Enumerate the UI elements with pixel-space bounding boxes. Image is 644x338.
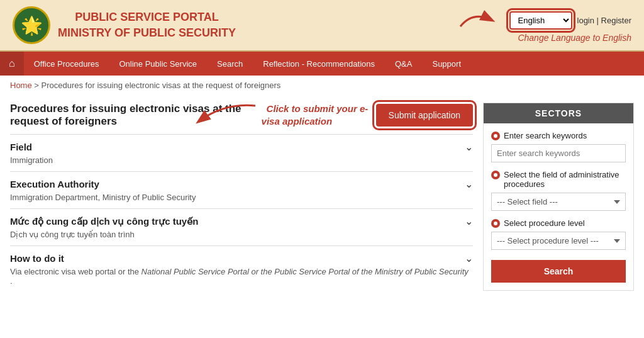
submit-annotation-wrapper: Click to submit your e-visa application <box>262 103 371 128</box>
breadcrumb-current: Procedures for issuing electronic visas … <box>42 81 281 90</box>
sidebar-field-row: Select the field of administrative proce… <box>491 170 626 211</box>
sidebar-body: Enter search keywords Select the field o… <box>484 123 633 290</box>
radio-field-dot <box>491 171 500 179</box>
main-layout: Procedures for issuing electronic visas … <box>0 95 644 302</box>
section-execution-title: Execution Authority <box>10 179 99 189</box>
sidebar: SECTORS Enter search keywords Select the… <box>483 103 634 291</box>
login-link[interactable]: login | Register <box>577 16 631 25</box>
radio-field-label[interactable]: Select the field of administrative proce… <box>491 170 626 189</box>
section-howto-title: How to do it <box>10 253 64 264</box>
section-mucdo-header[interactable]: Mức độ cung cấp dịch vụ công trực tuyến … <box>10 215 473 227</box>
breadcrumb-separator: > <box>34 81 41 90</box>
radio-procedure-text: Select procedure level <box>504 218 585 228</box>
content-area: Procedures for issuing electronic visas … <box>10 95 473 292</box>
radio-search-label[interactable]: Enter search keywords <box>491 131 626 140</box>
nav-home-icon[interactable]: ⌂ <box>0 52 24 76</box>
arrow-annotation-svg <box>454 8 504 33</box>
language-selector[interactable]: English Tiếng Việt <box>509 11 572 30</box>
radio-search-dot <box>491 132 500 140</box>
page-title-row: Procedures for issuing electronic visas … <box>10 95 473 134</box>
section-howto: How to do it ⌄ Via electronic visa web p… <box>10 245 473 292</box>
section-execution-content: Immigration Department, Ministry of Publ… <box>10 190 473 202</box>
header-title: PUBLIC SERVICE PORTAL MINISTRY OF PUBLIC… <box>58 9 236 41</box>
radio-search-text: Enter search keywords <box>504 131 587 140</box>
submit-annotation-text: Click to submit your e-visa application <box>262 103 369 127</box>
sidebar-search-button[interactable]: Search <box>491 260 626 283</box>
section-howto-content: Via electronic visa web portal or the Na… <box>10 264 473 286</box>
section-execution: Execution Authority ⌄ Immigration Depart… <box>10 171 473 208</box>
chevron-field-icon: ⌄ <box>465 141 473 153</box>
change-lang-annotation: Change Language to English <box>518 33 631 43</box>
section-howto-header[interactable]: How to do it ⌄ <box>10 252 473 264</box>
header-annotation: English Tiếng Việt login | Register Chan… <box>454 8 631 43</box>
section-mucdo-title: Mức độ cung cấp dịch vụ công trực tuyến <box>10 216 198 227</box>
radio-procedure-label[interactable]: Select procedure level <box>491 218 626 228</box>
breadcrumb: Home > Procedures for issuing electronic… <box>0 76 644 95</box>
logo-emblem: 🌟 <box>13 6 50 44</box>
section-mucdo-content: Dịch vụ công trực tuyến toàn trình <box>10 227 473 239</box>
submit-application-button[interactable]: Submit application <box>376 104 473 127</box>
header-logo: 🌟 PUBLIC SERVICE PORTAL MINISTRY OF PUBL… <box>13 6 236 44</box>
procedure-level-select[interactable]: --- Select procedure level --- <box>491 232 626 250</box>
radio-field-text: Select the field of administrative proce… <box>504 170 626 189</box>
section-field-header[interactable]: Field ⌄ <box>10 141 473 153</box>
nav-reflection[interactable]: Reflection - Recommendations <box>253 53 385 75</box>
nav-online-public-service[interactable]: Online Public Service <box>109 53 207 75</box>
nav-qa[interactable]: Q&A <box>385 53 422 75</box>
sidebar-procedure-row: Select procedure level --- Select proced… <box>491 218 626 250</box>
section-mucdо: Mức độ cung cấp dịch vụ công trực tuyến … <box>10 208 473 245</box>
header: 🌟 PUBLIC SERVICE PORTAL MINISTRY OF PUBL… <box>0 0 644 52</box>
chevron-howto-icon: ⌄ <box>465 252 473 264</box>
submit-arrow-svg <box>186 96 262 134</box>
sidebar-title: SECTORS <box>484 103 633 123</box>
field-select[interactable]: --- Select field --- <box>491 193 626 211</box>
nav-office-procedures[interactable]: Office Procedures <box>24 53 109 75</box>
navbar: ⌂ Office Procedures Online Public Servic… <box>0 52 644 76</box>
section-field-content: Immigration <box>10 153 473 165</box>
breadcrumb-home[interactable]: Home <box>10 81 32 90</box>
radio-procedure-dot <box>491 219 500 228</box>
chevron-execution-icon: ⌄ <box>465 178 473 190</box>
section-field: Field ⌄ Immigration <box>10 134 473 171</box>
nav-support[interactable]: Support <box>422 53 471 75</box>
chevron-mucdo-icon: ⌄ <box>465 215 473 227</box>
search-keywords-input[interactable] <box>491 144 626 162</box>
sidebar-search-row: Enter search keywords <box>491 131 626 162</box>
section-execution-header[interactable]: Execution Authority ⌄ <box>10 178 473 190</box>
nav-search[interactable]: Search <box>207 53 253 75</box>
lang-login-row: English Tiếng Việt login | Register <box>454 8 631 33</box>
section-field-title: Field <box>10 142 32 152</box>
